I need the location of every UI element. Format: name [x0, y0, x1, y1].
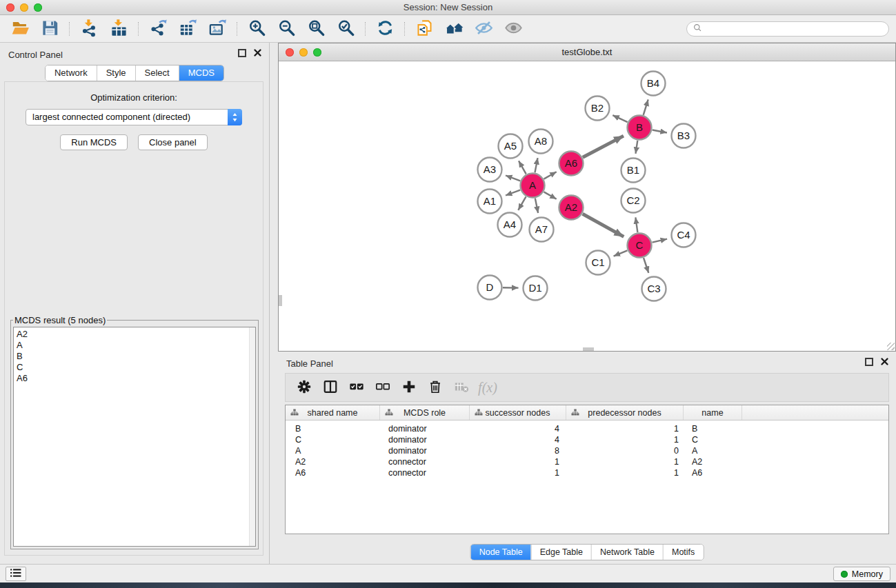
edge-A-A8[interactable]	[535, 158, 538, 172]
export-table-button[interactable]	[177, 19, 198, 39]
show-all-button[interactable]	[503, 19, 524, 39]
close-panel-icon-button[interactable]	[253, 48, 262, 57]
refresh-view-button[interactable]	[375, 19, 395, 39]
export-image-button[interactable]	[207, 19, 228, 39]
column-header-name[interactable]: name	[684, 405, 742, 420]
result-scrollbar[interactable]	[249, 327, 255, 546]
table-row[interactable]: A6connector11A6	[286, 467, 888, 478]
node-A[interactable]: A	[521, 174, 545, 198]
edge-B-B4[interactable]	[644, 99, 648, 115]
select-all-button[interactable]	[344, 376, 370, 399]
edge-B-B1[interactable]	[636, 141, 638, 154]
node-A4[interactable]: A4	[498, 213, 522, 237]
node-C3[interactable]: C3	[642, 277, 666, 301]
vertical-scroll-indicator[interactable]	[279, 295, 282, 306]
edge-C-C3[interactable]	[644, 258, 648, 273]
float-panel-button[interactable]	[238, 49, 246, 57]
edge-B-B3[interactable]	[653, 130, 667, 133]
edge-C-C2[interactable]	[635, 217, 637, 232]
search-input[interactable]	[706, 24, 882, 34]
create-column-button[interactable]	[396, 376, 422, 399]
edge-B-B2[interactable]	[613, 115, 627, 122]
search-box[interactable]	[686, 21, 889, 37]
zoom-window-button[interactable]	[34, 3, 42, 12]
node-C2[interactable]: C2	[621, 189, 646, 213]
column-header-shared-name[interactable]: shared name	[286, 405, 380, 420]
criterion-select[interactable]: largest connected component (directed)	[26, 109, 242, 125]
column-header-predecessor-nodes[interactable]: predecessor nodes	[566, 405, 684, 420]
tab-select[interactable]: Select	[135, 65, 179, 81]
table-tab-edge-table[interactable]: Edge Table	[531, 545, 591, 560]
node-B2[interactable]: B2	[586, 97, 610, 121]
edge-A-A4[interactable]	[518, 196, 526, 210]
column-header-MCDS-role[interactable]: MCDS role	[380, 405, 470, 420]
node-A7[interactable]: A7	[530, 218, 554, 242]
import-network-from-file-button[interactable]	[79, 19, 99, 39]
zoom-fit-content-button[interactable]	[306, 19, 326, 39]
edge-A-A7[interactable]	[535, 199, 538, 213]
tab-network[interactable]: Network	[46, 65, 97, 81]
table-row[interactable]: A2connector11A2	[286, 456, 888, 467]
node-A2[interactable]: A2	[559, 196, 584, 220]
tab-style[interactable]: Style	[97, 65, 135, 81]
resize-grip-icon[interactable]	[887, 343, 895, 350]
float-table-panel-button[interactable]	[865, 358, 873, 366]
result-node-item[interactable]: A	[17, 340, 247, 351]
zoom-selected-button[interactable]	[335, 19, 356, 39]
column-header-successor-nodes[interactable]: successor nodes	[470, 405, 566, 420]
node-B4[interactable]: B4	[641, 72, 666, 96]
horizontal-scroll-indicator[interactable]	[583, 347, 594, 351]
zoom-in-button[interactable]	[246, 19, 267, 39]
open-session-button[interactable]	[10, 19, 30, 39]
show-columns-button[interactable]	[317, 376, 344, 399]
close-window-button[interactable]	[6, 3, 14, 12]
edge-A6-B[interactable]	[583, 136, 624, 157]
result-node-item[interactable]: C	[17, 362, 247, 373]
network-graph[interactable]: B4 B2 B B3 A8 A5 A6 B1 A3 A C2 A1 A2	[279, 61, 895, 351]
edge-A-A3[interactable]	[506, 176, 520, 181]
edge-A-A5[interactable]	[519, 161, 526, 174]
tab-mcds[interactable]: MCDS	[179, 65, 223, 81]
node-B3[interactable]: B3	[672, 124, 696, 148]
import-table-from-file-button[interactable]	[108, 19, 129, 39]
table-settings-button[interactable]	[291, 376, 317, 399]
table-tab-motifs[interactable]: Motifs	[663, 545, 703, 560]
network-zoom-button[interactable]	[313, 48, 321, 57]
hide-others-button[interactable]	[473, 19, 494, 39]
edge-C-C1[interactable]	[614, 250, 628, 256]
result-node-item[interactable]: A6	[17, 373, 247, 384]
table-row[interactable]: Adominator80A	[286, 445, 888, 456]
table-tab-network-table[interactable]: Network Table	[591, 545, 663, 560]
memory-button[interactable]: Memory	[833, 567, 890, 581]
node-B1[interactable]: B1	[621, 159, 646, 183]
zoom-out-button[interactable]	[276, 19, 297, 39]
edge-A-A6[interactable]	[544, 172, 557, 179]
edge-A-A2[interactable]	[544, 192, 557, 199]
node-D[interactable]: D	[478, 276, 502, 300]
network-minimize-button[interactable]	[299, 48, 308, 57]
new-network-from-selection-button[interactable]	[414, 19, 435, 39]
deselect-all-button[interactable]	[370, 376, 396, 399]
node-C1[interactable]: C1	[586, 251, 610, 275]
edge-A-A1[interactable]	[506, 190, 520, 196]
table-tab-node-table[interactable]: Node Table	[471, 545, 531, 560]
minimize-window-button[interactable]	[20, 3, 28, 12]
save-session-button[interactable]	[39, 19, 60, 39]
node-A3[interactable]: A3	[478, 158, 502, 182]
network-canvas[interactable]: B4 B2 B B3 A8 A5 A6 B1 A3 A C2 A1 A2	[279, 61, 895, 351]
table-row[interactable]: Cdominator41C	[286, 434, 888, 445]
delete-column-button[interactable]	[422, 376, 448, 399]
export-network-button[interactable]	[148, 19, 168, 39]
run-mcds-button[interactable]: Run MCDS	[60, 134, 128, 150]
show-panels-list-button[interactable]	[6, 567, 26, 581]
node-B[interactable]: B	[628, 116, 652, 140]
edge-A2-C[interactable]	[583, 214, 624, 236]
network-close-button[interactable]	[286, 48, 294, 57]
node-A1[interactable]: A1	[478, 190, 502, 214]
table-row[interactable]: Bdominator41B	[286, 423, 888, 434]
node-C4[interactable]: C4	[672, 223, 696, 247]
node-A8[interactable]: A8	[529, 130, 553, 154]
edge-C-C4[interactable]	[653, 239, 668, 243]
node-A5[interactable]: A5	[499, 134, 523, 159]
home-view-button[interactable]	[444, 19, 464, 39]
